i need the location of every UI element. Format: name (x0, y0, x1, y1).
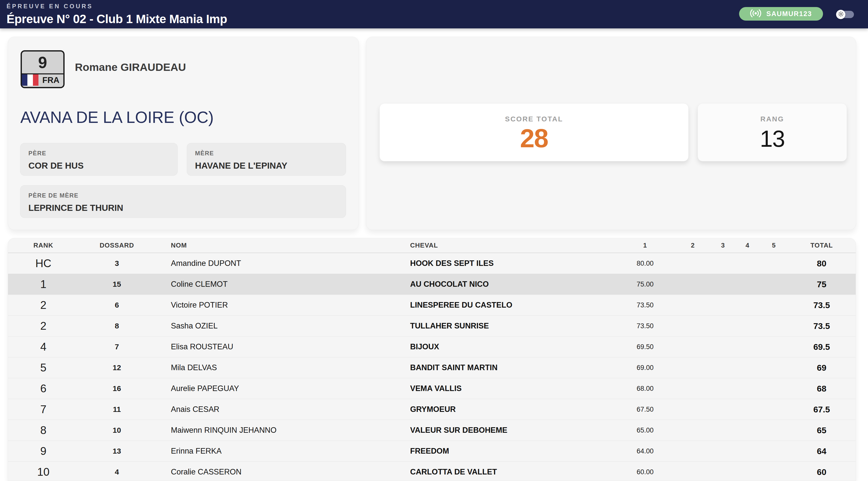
cell-rank: 8 (8, 424, 79, 437)
pedigree-sire-box: PÈRE COR DE HUS (20, 143, 178, 176)
cell-total: 67.5 (787, 404, 856, 414)
table-row[interactable]: 115Coline CLEMOTAU CHOCOLAT NICO75.0075 (8, 274, 856, 295)
table-body: HC3Amandine DUPONTHOOK DES SEPT ILES80.0… (8, 253, 856, 481)
theme-toggle[interactable] (841, 11, 854, 18)
cell-cheval: VALEUR SUR DEBOHEME (406, 426, 616, 435)
col-header-2: 2 (674, 241, 712, 249)
cell-total: 80 (787, 259, 856, 268)
app-header: ÉPREUVE EN COURS Épreuve N° 02 - Club 1 … (0, 0, 868, 28)
pagination-label: 1-16 sur 16 (805, 479, 838, 481)
col-header-rank: RANK (8, 241, 79, 249)
cell-total: 73.5 (787, 300, 856, 310)
cell-score-1: 69.00 (616, 364, 674, 372)
cell-cheval: TULLAHER SUNRISE (406, 322, 616, 330)
event-status-eyebrow: ÉPREUVE EN COURS (6, 3, 868, 10)
country-code: FRA (38, 74, 63, 86)
col-header-5: 5 (761, 241, 787, 249)
score-panel: SCORE TOTAL 28 RANG 13 (366, 37, 856, 230)
cell-score-1: 64.00 (616, 447, 674, 455)
table-row[interactable]: HC3Amandine DUPONTHOOK DES SEPT ILES80.0… (8, 253, 856, 274)
cell-dossard: 15 (79, 280, 155, 289)
cell-nom: Amandine DUPONT (155, 259, 406, 268)
col-header-3: 3 (712, 241, 734, 249)
col-header-1: 1 (616, 241, 674, 249)
bib-number: 9 (22, 52, 63, 74)
table-row[interactable]: 711Anais CESARGRYMOEUR67.5067.5 (8, 399, 856, 420)
cell-total: 75 (787, 279, 856, 289)
cell-rank: 4 (8, 340, 79, 353)
cell-dossard: 11 (79, 405, 155, 414)
cell-dossard: 4 (79, 468, 155, 476)
cell-dossard: 3 (79, 259, 155, 268)
pedigree-value: COR DE HUS (28, 160, 169, 171)
table-row[interactable]: 616Aurelie PAPEGUAYVEMA VALLIS68.0068 (8, 378, 856, 399)
cell-nom: Erinna FERKA (155, 447, 406, 456)
table-row[interactable]: 26Victoire POTIERLINESPEREE DU CASTELO73… (8, 295, 856, 315)
cell-rank: 2 (8, 320, 79, 332)
cell-nom: Sasha OZIEL (155, 322, 406, 330)
rank-label: RANG (761, 115, 784, 123)
cell-score-1: 68.00 (616, 385, 674, 393)
cell-nom: Victoire POTIER (155, 301, 406, 310)
cell-cheval: VEMA VALLIS (406, 384, 616, 393)
cell-rank: 5 (8, 361, 79, 374)
cell-total: 73.5 (787, 321, 856, 331)
cell-rank: 7 (8, 403, 79, 416)
cell-score-1: 69.50 (616, 343, 674, 351)
live-badge-label: SAUMUR123 (766, 10, 812, 18)
cell-cheval: AU CHOCOLAT NICO (406, 280, 616, 289)
cell-cheval: LINESPEREE DU CASTELO (406, 301, 616, 310)
theme-toggle-knob[interactable] (836, 10, 845, 19)
cell-score-1: 75.00 (616, 280, 674, 288)
table-row[interactable]: 913Erinna FERKAFREEDOM64.0064 (8, 441, 856, 462)
pedigree-label: MÈRE (195, 150, 338, 157)
cell-cheval: GRYMOEUR (406, 405, 616, 414)
pedigree-label: PÈRE (28, 150, 169, 157)
score-total-card: SCORE TOTAL 28 (379, 103, 688, 161)
table-row[interactable]: 47Elisa ROUSTEAUBIJOUX69.5069.5 (8, 336, 856, 357)
cell-cheval: HOOK DES SEPT ILES (406, 259, 616, 268)
cell-rank: 6 (8, 382, 79, 395)
pedigree-label: PÈRE DE MÈRE (28, 192, 338, 199)
cell-rank: 10 (8, 466, 79, 478)
cell-dossard: 7 (79, 342, 155, 351)
table-row[interactable]: 810Maiwenn RINQUIN JEHANNOVALEUR SUR DEB… (8, 420, 856, 441)
cell-total: 60 (787, 467, 856, 477)
cell-total: 69.5 (787, 342, 856, 352)
cell-nom: Coralie CASSERON (155, 468, 406, 477)
table-row[interactable]: 28Sasha OZIELTULLAHER SUNRISE73.5073.5 (8, 315, 856, 336)
rider-card: 9 FRA Romane GIRAUDEAU AVANA DE LA LOIRE… (8, 37, 359, 230)
results-table-card: RANK DOSSARD NOM CHEVAL 1 2 3 4 5 TOTAL … (8, 238, 856, 481)
cell-score-1: 67.50 (616, 405, 674, 413)
rank-card: RANG 13 (698, 103, 847, 161)
table-row[interactable]: 104Coralie CASSERONCARLOTTA DE VALLET60.… (8, 462, 856, 481)
cell-score-1: 73.50 (616, 322, 674, 330)
france-flag-icon (22, 74, 38, 86)
cell-rank: 1 (8, 278, 79, 291)
table-row[interactable]: 512Mila DELVASBANDIT SAINT MARTIN69.0069 (8, 357, 856, 378)
cell-cheval: CARLOTTA DE VALLET (406, 468, 616, 477)
live-badge[interactable]: SAUMUR123 (739, 7, 823, 21)
pedigree-value: LEPRINCE DE THURIN (28, 203, 338, 213)
score-total-label: SCORE TOTAL (505, 115, 563, 123)
cell-nom: Elisa ROUSTEAU (155, 342, 406, 351)
cell-nom: Maiwenn RINQUIN JEHANNO (155, 426, 406, 435)
cell-total: 69 (787, 363, 856, 373)
cell-rank: HC (8, 257, 79, 270)
pedigree-value: HAVANE DE L'EPINAY (195, 160, 338, 171)
cell-dossard: 6 (79, 301, 155, 309)
cell-score-1: 73.50 (616, 301, 674, 309)
bib-plate: 9 FRA (21, 50, 65, 88)
cell-nom: Aurelie PAPEGUAY (155, 384, 406, 393)
cell-dossard: 13 (79, 447, 155, 455)
cell-cheval: BANDIT SAINT MARTIN (406, 363, 616, 372)
col-header-total: TOTAL (787, 241, 856, 249)
rank-value: 13 (760, 127, 784, 150)
page-title: Épreuve N° 02 - Club 1 Mixte Mania Imp (6, 12, 868, 26)
col-header-nom: NOM (155, 241, 406, 249)
col-header-cheval: CHEVAL (406, 241, 616, 249)
cell-dossard: 12 (79, 363, 155, 372)
cell-cheval: BIJOUX (406, 342, 616, 351)
cell-dossard: 8 (79, 322, 155, 330)
cell-nom: Anais CESAR (155, 405, 406, 414)
